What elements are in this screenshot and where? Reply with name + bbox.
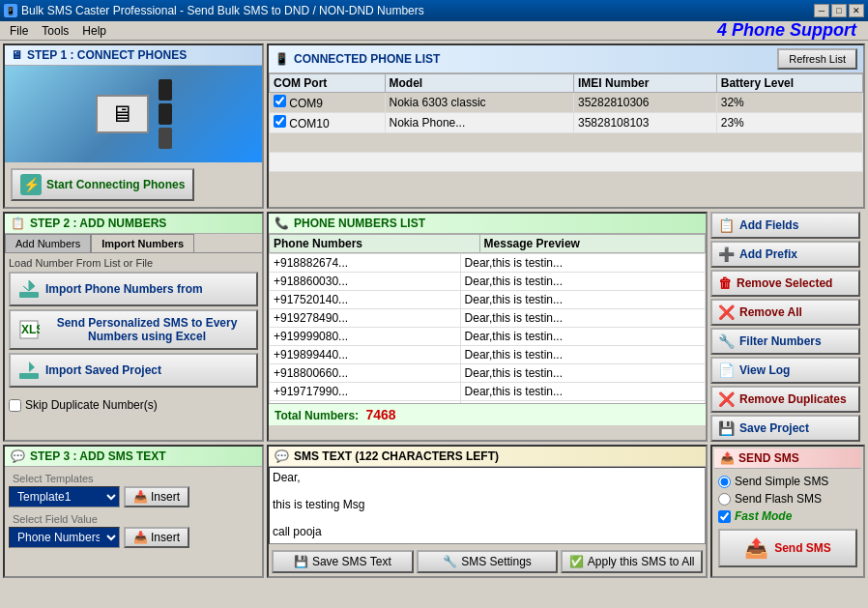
step2-icon: 📋	[11, 217, 25, 230]
numbers-scroll[interactable]: +918882674...Dear,this is testin... +918…	[269, 253, 706, 403]
simple-sms-label: Send Simple SMS	[735, 475, 828, 488]
save-project-button[interactable]: 💾 Save Project	[710, 415, 860, 442]
phone-num: +917520140...	[270, 291, 461, 309]
refresh-button[interactable]: Refresh List	[777, 48, 857, 70]
template-row: Template1 📥 Insert	[9, 486, 258, 507]
com9-model: Nokia 6303 classic	[385, 93, 573, 113]
apply-icon: ✅	[569, 555, 584, 568]
start-icon: ⚡	[20, 174, 42, 195]
msg-preview: Dear,this is testin...	[460, 254, 705, 273]
minimize-button[interactable]: ─	[814, 4, 829, 17]
step3-icon: 💬	[11, 449, 25, 463]
numbers-table: Phone Numbers Message Preview	[269, 234, 706, 253]
com9-checkbox[interactable]	[274, 95, 286, 107]
msg-preview: Dear,this is testin...	[460, 364, 705, 383]
phone-num: +919899440...	[270, 346, 461, 364]
filter-numbers-label: Filter Numbers	[739, 334, 822, 348]
numbers-list-header: 📞 PHONE NUMBERS LIST	[269, 214, 706, 234]
apply-sms-button[interactable]: ✅ Apply this SMS to All	[561, 550, 703, 573]
remove-selected-icon: 🗑	[718, 275, 732, 291]
template-insert-label: Insert	[151, 490, 180, 504]
send-sms-button[interactable]: 📤 Send SMS	[718, 529, 857, 567]
sms-text-header: 💬 SMS TEXT (122 CHARACTERS LEFT)	[269, 447, 706, 467]
add-fields-label: Add Fields	[739, 218, 798, 232]
menu-tools[interactable]: Tools	[36, 22, 74, 40]
list-item: +918882674...Dear,this is testin...	[270, 254, 706, 273]
numbers-list-title: PHONE NUMBERS LIST	[294, 217, 425, 230]
close-button[interactable]: ✕	[849, 4, 864, 17]
msg-preview: Dear,this is testin...	[460, 346, 705, 364]
computer-icon: 🖥	[96, 95, 149, 133]
remove-duplicates-button[interactable]: ❌ Remove Duplicates	[710, 386, 860, 413]
phone-num: +918882674...	[270, 254, 461, 273]
msg-preview: Dear,this is testin...	[460, 383, 705, 401]
remove-selected-label: Remove Selected	[737, 276, 832, 290]
numbers-data-table: +918882674...Dear,this is testin... +918…	[269, 253, 706, 403]
import-phone-btn-label: Import Phone Numbers from	[45, 282, 203, 296]
step1-title: STEP 1 : CONNECT PHONES	[27, 48, 187, 62]
start-btn-label: Start Connecting Phones	[46, 178, 185, 191]
com10-imei: 35828108103	[574, 113, 717, 133]
svg-text:XLS: XLS	[21, 323, 40, 336]
filter-numbers-button[interactable]: 🔧 Filter Numbers	[710, 328, 860, 355]
com10-checkbox[interactable]	[274, 115, 286, 128]
save-sms-button[interactable]: 💾 Save SMS Text	[272, 550, 414, 573]
send-sms-panel: 📤 SEND SMS Send Simple SMS Send Flash SM…	[710, 445, 865, 578]
sms-settings-button[interactable]: 🔧 SMS Settings	[417, 550, 559, 573]
remove-dup-icon: ❌	[718, 391, 735, 407]
save-sms-icon: 💾	[294, 555, 308, 568]
sms-icon: 💬	[275, 449, 289, 463]
svg-rect-4	[19, 373, 39, 379]
import-phone-numbers-button[interactable]: Import Phone Numbers from	[9, 272, 258, 306]
template-select[interactable]: Template1	[9, 486, 120, 507]
personalized-sms-button[interactable]: XLS Send Personalized SMS to Every Numbe…	[9, 309, 258, 350]
step3-panel: 💬 STEP 3 : ADD SMS TEXT Select Templates…	[3, 445, 264, 578]
field-insert-button[interactable]: 📥 Insert	[124, 527, 189, 548]
sms-textarea[interactable]: Dear, this is testing Msg call pooja	[269, 467, 706, 544]
send-sms-header: 📤 SEND SMS	[714, 449, 861, 469]
phone-num: +918860030...	[270, 273, 461, 291]
fast-mode-checkbox[interactable]	[718, 510, 731, 523]
table-row: COM10 Nokia Phone... 35828108103 23%	[270, 113, 863, 133]
maximize-button[interactable]: □	[831, 4, 847, 17]
remove-selected-button[interactable]: 🗑 Remove Selected	[710, 270, 860, 297]
phone-table: COM Port Model IMEI Number Battery Level…	[269, 73, 863, 172]
skip-duplicate-checkbox[interactable]	[9, 399, 21, 412]
start-connecting-button[interactable]: ⚡ Start Connecting Phones	[11, 168, 194, 201]
phone-list-icon: 📱	[275, 52, 289, 66]
phone-num: +919717990...	[270, 383, 461, 401]
template-insert-button[interactable]: 📥 Insert	[124, 486, 189, 507]
import-saved-icon	[18, 360, 40, 381]
menu-file[interactable]: File	[4, 22, 34, 40]
excel-icon: XLS	[18, 319, 40, 340]
add-prefix-label: Add Prefix	[739, 247, 797, 261]
log-icon: 📄	[718, 362, 735, 378]
remove-all-button[interactable]: ❌ Remove All	[710, 299, 860, 326]
svg-marker-1	[23, 280, 35, 291]
view-log-label: View Log	[739, 363, 790, 377]
import-saved-project-button[interactable]: Import Saved Project	[9, 353, 258, 388]
add-prefix-button[interactable]: ➕ Add Prefix	[710, 241, 860, 268]
com9-imei: 35282810306	[574, 93, 717, 113]
flash-sms-label: Send Flash SMS	[735, 492, 822, 506]
window-controls[interactable]: ─ □ ✕	[814, 4, 864, 17]
col-model: Model	[385, 74, 573, 93]
numbers-list-panel: 📞 PHONE NUMBERS LIST Phone Numbers Messa…	[267, 212, 708, 442]
view-log-button[interactable]: 📄 View Log	[710, 357, 860, 384]
title-bar: 📱 Bulk SMS Caster Professional - Send Bu…	[0, 0, 868, 21]
tab-add-numbers[interactable]: Add Numbers	[5, 234, 91, 252]
simple-sms-radio[interactable]	[718, 476, 731, 488]
send-sms-btn-icon: 📤	[744, 536, 768, 560]
flash-sms-radio[interactable]	[718, 493, 731, 506]
field-select[interactable]: Phone Numbers	[9, 527, 120, 548]
tab-import-numbers[interactable]: Import Numbers	[91, 234, 194, 252]
sms-text-title: SMS TEXT (122 CHARACTERS LEFT)	[294, 449, 499, 463]
sms-settings-label: SMS Settings	[461, 555, 532, 568]
total-label: Total Numbers:	[275, 409, 359, 422]
add-fields-button[interactable]: 📋 Add Fields	[710, 212, 860, 239]
list-item: +919717990...Dear,this is testin...	[270, 383, 706, 401]
settings-icon: 🔧	[443, 555, 457, 568]
com10-battery: 23%	[716, 113, 862, 133]
menu-help[interactable]: Help	[76, 22, 112, 40]
table-row: COM9 Nokia 6303 classic 35282810306 32%	[270, 93, 863, 113]
